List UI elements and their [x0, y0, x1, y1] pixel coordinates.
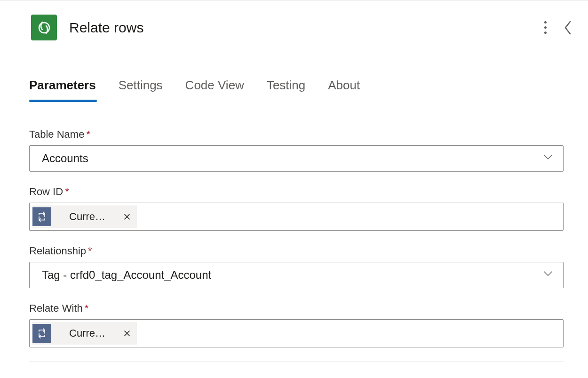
field-relationship: Relationship* Tag - crfd0_tag_Account_Ac…	[29, 245, 564, 288]
field-relate-with: Relate With* Current i…	[29, 302, 564, 347]
token-remove-button[interactable]	[117, 329, 137, 338]
label-relationship: Relationship*	[29, 245, 564, 257]
tab-code-view[interactable]: Code View	[185, 78, 244, 101]
chevron-left-icon	[563, 20, 573, 36]
field-row-id: Row ID* Current i…	[29, 186, 564, 231]
required-indicator: *	[85, 302, 89, 314]
label-relate-with: Relate With*	[29, 302, 564, 315]
select-relationship[interactable]: Tag - crfd0_tag_Account_Account	[29, 262, 564, 288]
tab-parameters[interactable]: Parameters	[29, 78, 96, 101]
loop-icon	[32, 324, 51, 343]
panel-title: Relate rows	[69, 20, 529, 36]
parameters-form: Table Name* Accounts Row ID* Current i…	[0, 101, 588, 362]
more-options-button[interactable]	[541, 18, 549, 37]
panel-header: Relate rows	[0, 0, 588, 40]
chevron-down-icon	[542, 268, 554, 282]
input-row-id[interactable]: Current i…	[29, 203, 564, 231]
more-vertical-icon	[542, 19, 548, 36]
tabs: Parameters Settings Code View Testing Ab…	[0, 40, 588, 101]
collapse-button[interactable]	[562, 19, 574, 37]
dataverse-icon	[31, 15, 57, 40]
token-current-item[interactable]: Current i…	[32, 322, 137, 345]
input-relate-with[interactable]: Current i…	[29, 319, 564, 347]
header-actions	[541, 18, 574, 37]
token-label: Current i…	[51, 211, 117, 223]
field-table-name: Table Name* Accounts	[29, 128, 564, 172]
tab-testing[interactable]: Testing	[267, 78, 305, 101]
token-remove-button[interactable]	[117, 212, 137, 221]
close-icon	[124, 213, 130, 220]
select-table-name[interactable]: Accounts	[29, 145, 564, 172]
required-indicator: *	[65, 186, 69, 197]
label-row-id: Row ID*	[29, 186, 564, 198]
token-label: Current i…	[51, 327, 117, 339]
tab-about[interactable]: About	[328, 78, 360, 101]
required-indicator: *	[88, 245, 92, 257]
token-current-item[interactable]: Current i…	[32, 205, 137, 228]
label-table-name: Table Name*	[29, 128, 564, 141]
loop-icon	[32, 207, 51, 226]
relate-rows-panel: Relate rows Parameters Settings Code Vie…	[0, 0, 588, 362]
required-indicator: *	[86, 128, 90, 140]
select-value: Tag - crfd0_tag_Account_Account	[42, 268, 542, 282]
select-value: Accounts	[42, 152, 542, 165]
divider	[29, 362, 564, 362]
chevron-down-icon	[542, 151, 554, 165]
tab-settings[interactable]: Settings	[119, 78, 163, 101]
close-icon	[124, 330, 130, 337]
